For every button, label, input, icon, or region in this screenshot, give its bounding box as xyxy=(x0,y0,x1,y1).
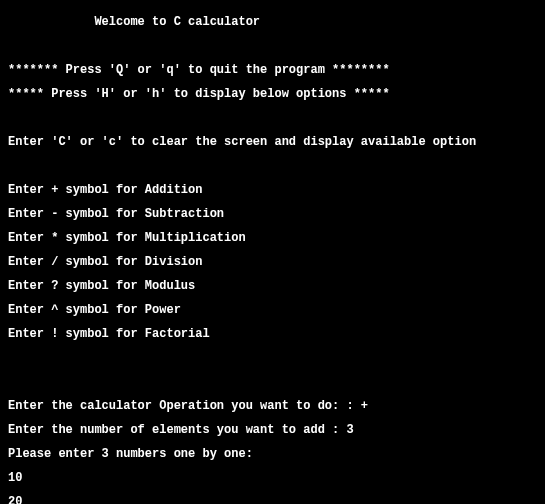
terminal-line: Enter + symbol for Addition xyxy=(8,184,537,196)
terminal-line: Enter the number of elements you want to… xyxy=(8,424,537,436)
terminal-line: ******* Press 'Q' or 'q' to quit the pro… xyxy=(8,64,537,76)
terminal-line xyxy=(8,40,537,52)
terminal-line xyxy=(8,376,537,388)
terminal-line: Enter / symbol for Division xyxy=(8,256,537,268)
terminal-line: Enter * symbol for Multiplication xyxy=(8,232,537,244)
terminal-line: Please enter 3 numbers one by one: xyxy=(8,448,537,460)
terminal-line: 10 xyxy=(8,472,537,484)
terminal-line: Welcome to C calculator xyxy=(8,16,537,28)
terminal-line xyxy=(8,112,537,124)
terminal-line: Enter 'C' or 'c' to clear the screen and… xyxy=(8,136,537,148)
terminal-line xyxy=(8,160,537,172)
terminal-line: ***** Press 'H' or 'h' to display below … xyxy=(8,88,537,100)
terminal-line: Enter the calculator Operation you want … xyxy=(8,400,537,412)
terminal-line: 20 xyxy=(8,496,537,504)
terminal-line: Enter - symbol for Subtraction xyxy=(8,208,537,220)
terminal-line xyxy=(8,352,537,364)
terminal-line: Enter ? symbol for Modulus xyxy=(8,280,537,292)
terminal-line: Enter ! symbol for Factorial xyxy=(8,328,537,340)
terminal-output: Welcome to C calculator ******* Press 'Q… xyxy=(0,0,545,504)
terminal-line: Enter ^ symbol for Power xyxy=(8,304,537,316)
